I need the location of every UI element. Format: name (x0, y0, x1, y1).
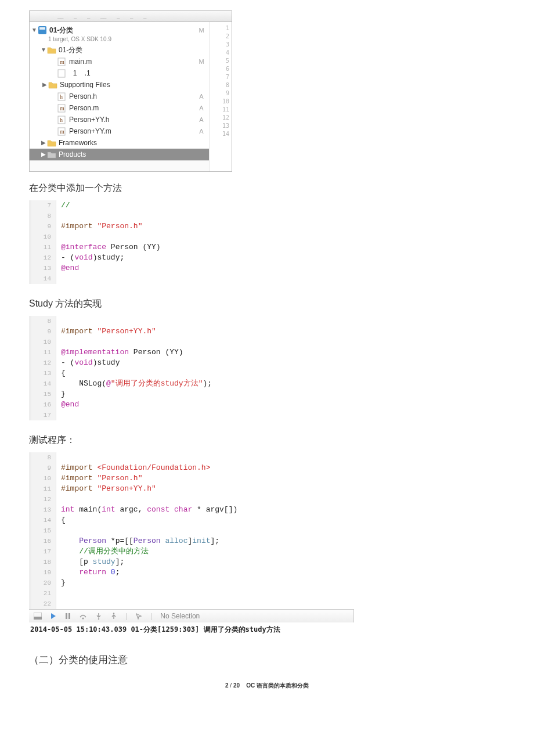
svg-text:m: m (60, 105, 64, 111)
file-status-badge: A (197, 117, 205, 123)
frameworks-row[interactable]: ▶ Frameworks (30, 137, 209, 149)
svg-point-18 (82, 618, 84, 620)
file-icon: m (57, 103, 67, 113)
svg-text:m: m (60, 128, 64, 135)
navigator-tabbar: ⎯⎯⎯⎯⎯⎯⎯⎯⎯ (30, 10, 232, 22)
navigator-filter-bar[interactable] (30, 160, 209, 171)
svg-rect-1 (39, 27, 45, 30)
heading-test: 测试程序： (29, 434, 505, 447)
step-out-icon[interactable] (110, 613, 117, 620)
svg-text:m: m (60, 59, 64, 65)
file-label: Person+YY.h (69, 116, 197, 123)
svg-marker-23 (136, 614, 141, 619)
file-status-badge: A (197, 93, 205, 100)
code-block-impl: 89#import "Person+YY.h"1011@implementati… (29, 316, 505, 420)
step-over-icon[interactable] (79, 613, 87, 620)
file-row-main[interactable]: mmain.mM (30, 56, 209, 67)
file-label: Supporting Files (60, 81, 197, 88)
code-block-main: 89#import <Foundation/Foundation.h>10#im… (29, 452, 354, 609)
group-name: 01-分类 (59, 46, 197, 53)
file-status-badge: M (197, 59, 205, 65)
file-label: main.m (69, 58, 197, 65)
file-icon (57, 69, 67, 78)
products-label: Products (59, 151, 197, 158)
editor-gutter-preview: 1234567891011121314 (209, 22, 232, 171)
file-row-support[interactable]: ▶Supporting Files (30, 79, 209, 91)
group-row[interactable]: ▼ 01-分类 (30, 44, 209, 56)
svg-rect-4 (58, 70, 65, 77)
file-row-pyh[interactable]: hPerson+YY.hA (30, 114, 209, 125)
project-icon (38, 26, 47, 35)
project-navigator: ⎯⎯⎯⎯⎯⎯⎯⎯⎯ ▼ 01-分类 M 1 target, OS X SDK 1… (29, 10, 232, 172)
frameworks-label: Frameworks (59, 139, 197, 146)
debug-no-selection: No Selection (160, 612, 200, 620)
project-status-badge: M (197, 27, 205, 34)
pause-icon[interactable] (65, 613, 71, 620)
toggle-debug-area-icon[interactable] (34, 613, 42, 620)
project-subtitle: 1 target, OS X SDK 10.9 (30, 37, 111, 42)
heading-study-impl: Study 方法的实现 (29, 298, 505, 310)
file-row-ph[interactable]: hPerson.hA (30, 91, 209, 102)
file-label: Person.m (69, 105, 197, 111)
file-row-pm[interactable]: mPerson.mA (30, 102, 209, 114)
file-status-badge: A (197, 105, 205, 111)
debug-toolbar: | | No Selection (29, 609, 354, 622)
products-row[interactable]: ▶ Products (30, 149, 209, 160)
file-row-pym[interactable]: mPerson+YY.mA (30, 125, 209, 137)
file-row-temp[interactable]: _1__.1 (30, 67, 209, 79)
folder-icon (47, 138, 56, 147)
heading-add-method: 在分类中添加一个方法 (29, 182, 505, 195)
svg-point-20 (98, 618, 99, 620)
svg-rect-16 (66, 613, 67, 619)
project-row[interactable]: ▼ 01-分类 M (30, 24, 209, 36)
project-name: 01-分类 (49, 27, 73, 34)
code-block-header: 7//89#import "Person.h"1011@interface Pe… (29, 200, 505, 284)
svg-marker-15 (51, 613, 56, 619)
file-icon: m (57, 57, 67, 66)
folder-icon (48, 80, 57, 89)
file-icon: h (57, 92, 67, 101)
file-label: _1__.1 (69, 70, 197, 77)
folder-icon (47, 45, 56, 55)
file-label: Person+YY.m (69, 128, 197, 135)
folder-icon (47, 150, 56, 159)
file-label: Person.h (69, 93, 197, 100)
console-output: 2014-05-05 15:10:43.039 01-分类[1259:303] … (29, 622, 354, 637)
file-icon: m (57, 127, 67, 136)
step-into-icon[interactable] (95, 613, 102, 620)
svg-point-22 (113, 613, 114, 614)
continue-icon[interactable] (50, 613, 57, 620)
location-icon[interactable] (135, 613, 142, 620)
file-icon: h (57, 115, 67, 124)
file-status-badge: A (197, 128, 205, 135)
section-2-heading: （二）分类的使用注意 (29, 653, 505, 667)
svg-text:h: h (60, 93, 63, 100)
page-footer: 2 / 20 OC 语言类的本质和分类 (0, 682, 534, 690)
svg-rect-14 (34, 617, 42, 620)
svg-text:h: h (60, 117, 63, 123)
svg-rect-17 (68, 613, 70, 619)
